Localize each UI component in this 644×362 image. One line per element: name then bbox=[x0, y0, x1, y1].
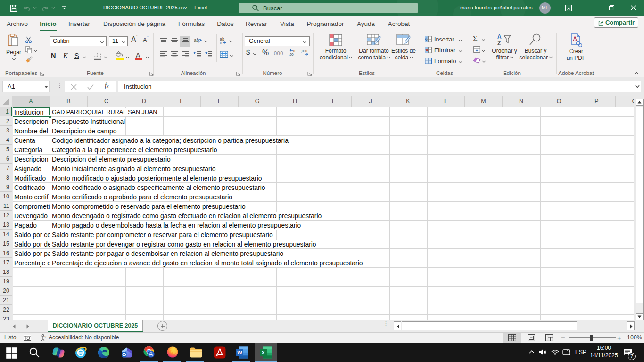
svg-text:Z: Z bbox=[497, 40, 501, 46]
svg-text:?: ? bbox=[44, 335, 46, 338]
svg-text:0: 0 bbox=[305, 49, 307, 53]
svg-text:,00: ,00 bbox=[301, 49, 305, 53]
svg-text:X: X bbox=[262, 350, 265, 355]
svg-text:A: A bbox=[497, 33, 502, 40]
svg-text:,00: ,00 bbox=[289, 53, 294, 56]
svg-text:0: 0 bbox=[293, 49, 295, 53]
svg-text:W: W bbox=[237, 350, 242, 355]
svg-text:c: c bbox=[220, 41, 222, 44]
